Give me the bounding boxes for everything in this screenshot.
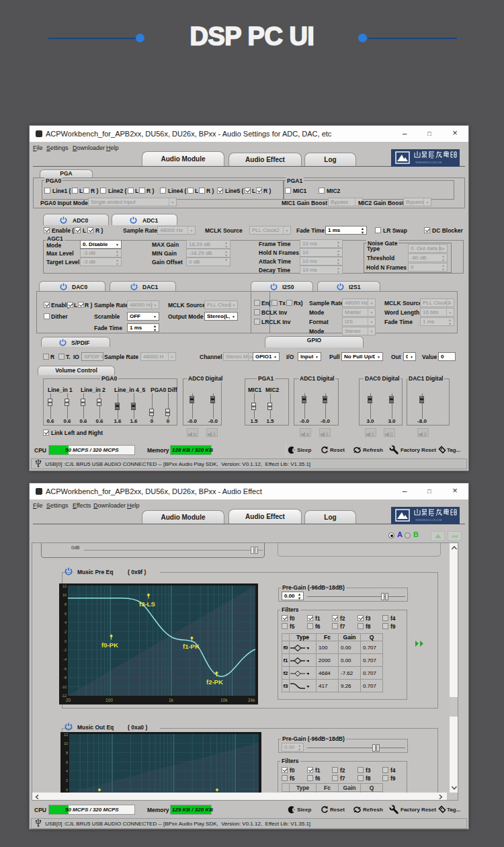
- svg-text:20: 20: [66, 698, 71, 702]
- svg-text:2: 2: [66, 778, 68, 782]
- svg-text:4: 4: [66, 769, 68, 773]
- svg-text:12: 12: [62, 584, 67, 588]
- svg-text:24k: 24k: [248, 698, 255, 702]
- svg-text:4: 4: [65, 620, 67, 624]
- svg-text:f3-LS: f3-LS: [139, 600, 155, 608]
- svg-text:8: 8: [66, 751, 68, 755]
- svg-text:-10: -10: [61, 685, 67, 689]
- svg-text:f1-PK: f1-PK: [183, 643, 200, 650]
- svg-text:-2: -2: [63, 648, 67, 652]
- svg-text:-6: -6: [63, 667, 67, 671]
- svg-text:WWW.MVSILICON.COM: WWW.MVSILICON.COM: [415, 519, 442, 522]
- svg-text:WWW.MVSILICON.COM: WWW.MVSILICON.COM: [415, 161, 442, 164]
- svg-text:f0-PK: f0-PK: [101, 641, 118, 649]
- svg-text:6: 6: [66, 760, 68, 764]
- svg-text:8: 8: [65, 602, 67, 606]
- svg-text:2: 2: [65, 630, 67, 634]
- svg-text:0: 0: [65, 639, 67, 643]
- svg-text:-8: -8: [63, 676, 67, 680]
- svg-text:100: 100: [106, 698, 113, 702]
- svg-text:6: 6: [65, 612, 67, 616]
- svg-text:f2-PK: f2-PK: [206, 678, 223, 686]
- svg-text:10: 10: [64, 741, 68, 745]
- svg-text:1k: 1k: [169, 698, 174, 702]
- svg-text:12: 12: [64, 733, 68, 737]
- svg-text:10: 10: [62, 593, 67, 597]
- svg-text:-4: -4: [63, 657, 67, 661]
- svg-text:0: 0: [66, 788, 68, 792]
- svg-text:10k: 10k: [220, 698, 228, 702]
